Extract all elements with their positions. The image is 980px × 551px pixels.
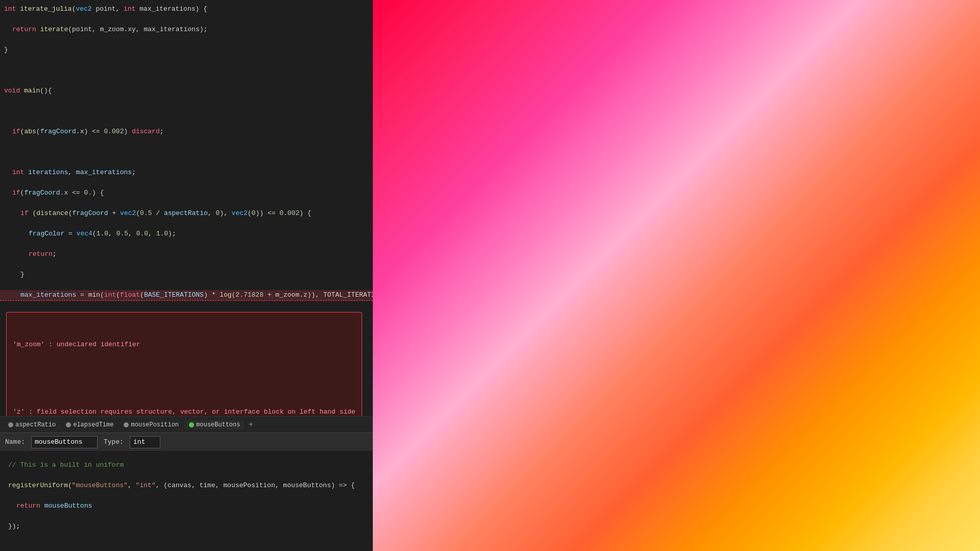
tab-mousePosition[interactable]: mousePosition	[119, 420, 183, 429]
code-line: }	[0, 270, 373, 280]
tab-mouseButtons[interactable]: mouseButtons	[185, 420, 244, 429]
tab-label-aspectRatio: aspectRatio	[15, 421, 56, 428]
tab-label-mousePosition: mousePosition	[131, 421, 179, 428]
tab-dot-mousePosition	[124, 422, 129, 427]
uniform-register-line: registerUniform("mouseButtons", "int", (…	[4, 481, 369, 491]
render-panel	[373, 0, 980, 551]
code-line: return iterate(point, m_zoom.xy, max_ite…	[0, 25, 373, 35]
code-line: if(fragCoord.x <= 0.) {	[0, 188, 373, 198]
type-field-label: Type:	[104, 438, 124, 446]
code-line: fragColor = vec4(1.0, 0.5, 0.0, 1.0);	[0, 229, 373, 239]
name-field-label: Name:	[5, 438, 25, 446]
name-field-input[interactable]	[31, 436, 98, 448]
name-type-bar: Name: Type:	[0, 433, 373, 451]
code-area[interactable]: int iterate_julia(vec2 point, int max_it…	[0, 0, 373, 416]
code-line: }	[0, 45, 373, 55]
error-tooltip-line: 'm_zoom' : undeclared identifier 'z' : f…	[0, 311, 373, 416]
uniform-close-line: });	[4, 521, 369, 532]
type-field-input[interactable]	[130, 436, 160, 448]
tab-dot-aspectRatio	[8, 422, 13, 427]
tab-dot-elapsedTime	[66, 422, 71, 427]
uniform-return-line: return mouseButtons	[4, 501, 369, 511]
code-line-error: max_iterations = min(int(float(BASE_ITER…	[0, 290, 373, 301]
tab-elapsedTime[interactable]: elapsedTime	[62, 420, 117, 429]
tab-aspectRatio[interactable]: aspectRatio	[4, 420, 60, 429]
code-line	[0, 65, 373, 76]
code-line: void main(){	[0, 86, 373, 96]
code-line	[0, 147, 373, 157]
error-tooltip: 'm_zoom' : undeclared identifier 'z' : f…	[6, 312, 362, 416]
code-line: if (distance(fragCoord + vec2(0.5 / aspe…	[0, 208, 373, 219]
code-line: return;	[0, 249, 373, 259]
tab-label-elapsedTime: elapsedTime	[73, 421, 113, 428]
tab-label-mouseButtons: mouseButtons	[196, 421, 240, 428]
tab-add-button[interactable]: +	[246, 420, 255, 429]
code-editor-panel: int iterate_julia(vec2 point, int max_it…	[0, 0, 373, 551]
uniform-info-area: // This is a built in uniform registerUn…	[0, 451, 373, 551]
uniform-comment-line: // This is a built in uniform	[4, 460, 369, 470]
code-line: int iterations, max_iterations;	[0, 167, 373, 178]
tab-dot-mouseButtons	[189, 422, 194, 427]
code-line	[0, 106, 373, 116]
code-line: int iterate_julia(vec2 point, int max_it…	[0, 4, 373, 14]
code-line: if(abs(fragCoord.x) <= 0.002) discard;	[0, 127, 373, 137]
tabs-bar: aspectRatio elapsedTime mousePosition mo…	[0, 416, 373, 433]
